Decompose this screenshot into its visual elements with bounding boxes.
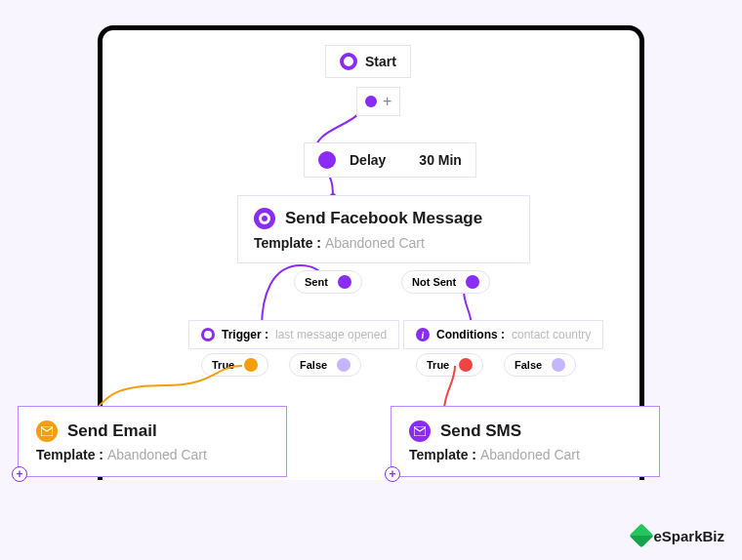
- dot-icon: [365, 96, 377, 107]
- template-label: Template :: [36, 447, 103, 462]
- brand-name: eSparkBiz: [653, 528, 724, 544]
- facebook-message-node[interactable]: Send Facebook Message Template : Abandon…: [237, 195, 530, 263]
- conditions-label: Conditions :: [436, 328, 505, 341]
- branch-label: Not Sent: [412, 276, 456, 288]
- bool-label: False: [515, 359, 542, 371]
- conditions-node[interactable]: iConditions :contact country: [403, 320, 603, 349]
- template-label: Template :: [409, 447, 476, 462]
- facebook-title: Send Facebook Message: [285, 209, 482, 228]
- branch-label: Sent: [305, 276, 328, 288]
- add-step-node[interactable]: +: [356, 87, 400, 116]
- sms-title: Send SMS: [440, 421, 521, 441]
- branch-not-sent[interactable]: Not Sent: [401, 270, 490, 294]
- trigger-icon: [201, 328, 215, 341]
- start-label: Start: [365, 54, 396, 69]
- branch-sent[interactable]: Sent: [294, 270, 362, 294]
- delay-node[interactable]: Delay30 Min: [304, 142, 476, 178]
- trigger-false[interactable]: False: [289, 353, 361, 377]
- trigger-value: last message opened: [275, 328, 387, 341]
- condition-false[interactable]: False: [504, 353, 576, 377]
- template-value: Abandoned Cart: [107, 447, 207, 462]
- bool-label: False: [300, 359, 327, 371]
- brand-icon: [630, 523, 654, 547]
- info-icon: i: [416, 328, 430, 341]
- send-sms-card[interactable]: Send SMS Template : Abandoned Cart: [391, 406, 660, 477]
- template-label: Template :: [254, 235, 321, 251]
- trigger-node[interactable]: Trigger :last message opened: [188, 320, 399, 349]
- dot-icon: [466, 275, 479, 289]
- template-value: Abandoned Cart: [480, 447, 580, 462]
- start-icon: [340, 53, 357, 70]
- plus-icon: +: [383, 93, 392, 110]
- bool-label: True: [212, 359, 234, 371]
- bool-label: True: [427, 359, 449, 371]
- dot-icon: [552, 358, 565, 372]
- delay-value: 30 Min: [419, 152, 462, 168]
- trigger-true[interactable]: True: [201, 353, 268, 377]
- brand-logo: eSparkBiz: [633, 527, 724, 544]
- email-icon: [36, 420, 58, 442]
- add-step-button[interactable]: +: [12, 466, 27, 482]
- conditions-value: contact country: [512, 328, 591, 341]
- dot-icon: [318, 151, 336, 169]
- dot-icon: [459, 358, 473, 372]
- dot-icon: [337, 358, 350, 372]
- dot-icon: [244, 358, 258, 372]
- start-node[interactable]: Start: [325, 45, 411, 78]
- delay-label: Delay: [350, 152, 386, 168]
- add-step-button[interactable]: +: [385, 466, 400, 482]
- trigger-label: Trigger :: [222, 328, 268, 341]
- email-title: Send Email: [67, 421, 157, 441]
- message-icon: [254, 208, 275, 229]
- template-value: Abandoned Cart: [325, 235, 425, 251]
- dot-icon: [338, 275, 351, 289]
- condition-true[interactable]: True: [416, 353, 483, 377]
- send-email-card[interactable]: Send Email Template : Abandoned Cart: [18, 406, 287, 477]
- sms-icon: [409, 420, 431, 442]
